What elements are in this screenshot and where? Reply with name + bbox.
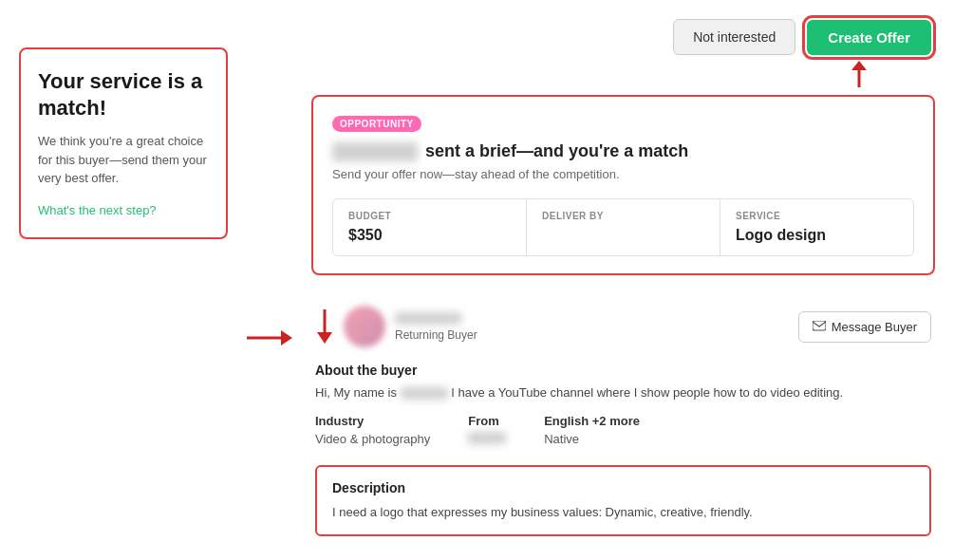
- language-meta: English +2 more Native: [544, 414, 640, 446]
- buyer-meta: Industry Video & photography From Englis…: [315, 414, 931, 446]
- service-label: SERVICE: [736, 211, 898, 221]
- deliver-detail: DELIVER BY: [527, 199, 720, 255]
- buyer-info: Returning Buyer: [315, 306, 477, 347]
- buyer-details: Returning Buyer: [395, 312, 477, 342]
- opportunity-card: OPPORTUNITY sent a brief—and you're a ma…: [311, 95, 935, 275]
- from-label: From: [468, 414, 506, 428]
- match-headline: Your service is a match!: [38, 68, 209, 121]
- budget-detail: BUDGET $350: [333, 199, 527, 255]
- action-bar: Not interested Create Offer: [311, 19, 935, 55]
- language-label: English +2 more: [544, 414, 640, 428]
- opportunity-title: sent a brief—and you're a match: [332, 141, 914, 161]
- svg-marker-1: [281, 330, 292, 345]
- description-title: Description: [332, 480, 914, 495]
- from-value-blurred: [468, 432, 506, 444]
- message-icon: [813, 321, 826, 332]
- right-arrow: [247, 123, 292, 551]
- from-meta: From: [468, 414, 506, 446]
- buyer-header: Returning Buyer Message Buyer: [315, 306, 931, 347]
- industry-meta: Industry Video & photography: [315, 414, 430, 446]
- about-buyer: About the buyer Hi, My name is I have a …: [315, 363, 931, 402]
- buyer-name-blurred: [395, 312, 461, 325]
- svg-marker-3: [851, 61, 867, 70]
- service-value: Logo design: [736, 227, 898, 244]
- budget-label: BUDGET: [348, 211, 511, 221]
- btn-arrow-container: [311, 61, 935, 89]
- budget-value: $350: [348, 227, 511, 244]
- next-step-link[interactable]: What's the next step?: [38, 203, 157, 217]
- match-subtitle: We think you're a great choice for this …: [38, 132, 209, 188]
- buyer-tag: Returning Buyer: [395, 328, 477, 342]
- about-buyer-title: About the buyer: [315, 363, 931, 378]
- buyer-section: Returning Buyer Message Buyer About the …: [311, 290, 935, 551]
- svg-marker-5: [317, 332, 332, 344]
- opportunity-details: BUDGET $350 DELIVER BY SERVICE Logo desi…: [332, 198, 914, 256]
- opportunity-subtitle: Send your offer now—stay ahead of the co…: [332, 167, 914, 181]
- description-section: Description I need a logo that expresses…: [315, 465, 931, 537]
- create-offer-button[interactable]: Create Offer: [807, 20, 931, 55]
- language-more-link[interactable]: +2 more: [592, 414, 640, 428]
- buyer-avatar: [344, 306, 385, 347]
- up-arrow-icon: [848, 61, 870, 89]
- message-buyer-label: Message Buyer: [832, 320, 917, 334]
- right-panel: Not interested Create Offer OPPORTUNITY …: [311, 19, 935, 551]
- industry-label: Industry: [315, 414, 430, 428]
- down-arrow-icon: [315, 309, 334, 344]
- opportunity-badge: OPPORTUNITY: [332, 116, 421, 132]
- message-buyer-button[interactable]: Message Buyer: [798, 311, 931, 343]
- about-buyer-text: Hi, My name is I have a YouTube channel …: [315, 383, 931, 402]
- industry-value: Video & photography: [315, 432, 430, 446]
- lang-text: English: [544, 414, 592, 428]
- about-text-prefix: Hi, My name is: [315, 385, 397, 400]
- not-interested-button[interactable]: Not interested: [673, 19, 795, 55]
- sender-name-blurred: [332, 142, 418, 161]
- language-level: Native: [544, 432, 640, 446]
- about-text-suffix: I have a YouTube channel where I show pe…: [451, 385, 843, 400]
- opportunity-title-text: sent a brief—and you're a match: [425, 141, 688, 161]
- match-panel: Your service is a match! We think you're…: [19, 47, 228, 239]
- buyer-name-inline-blurred: [401, 387, 448, 400]
- deliver-label: DELIVER BY: [542, 211, 704, 221]
- service-detail: SERVICE Logo design: [720, 199, 913, 255]
- description-text: I need a logo that expresses my business…: [332, 503, 914, 522]
- svg-rect-6: [813, 321, 826, 330]
